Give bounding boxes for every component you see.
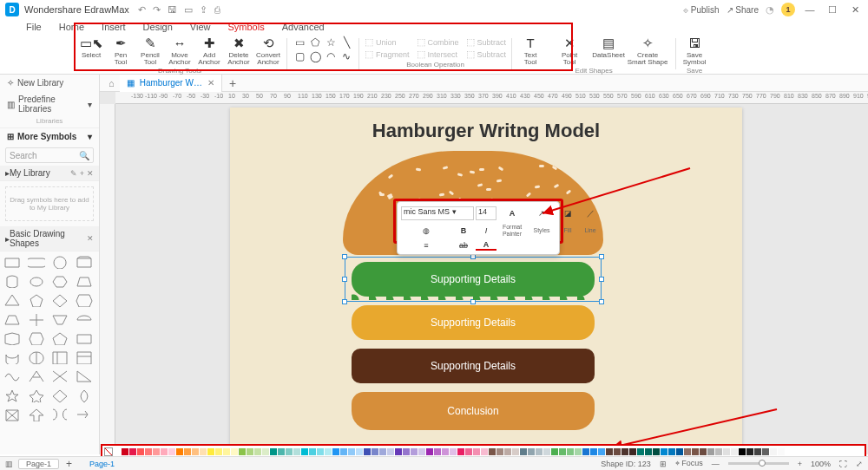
menu-home[interactable]: Home [50, 22, 93, 32]
intersect-button[interactable]: ⬚Intersect [417, 49, 459, 60]
subtract2-button[interactable]: ⬚Subtract [466, 49, 507, 60]
shape-grid-item[interactable]: ◯ [308, 50, 322, 62]
shape-thumb[interactable] [76, 350, 93, 364]
search-icon[interactable]: 🔍 [79, 151, 89, 160]
fill-button[interactable]: ◍ [401, 226, 451, 235]
library-dropzone[interactable]: Drag symbols here to add to My Library [5, 186, 94, 221]
shape-thumb[interactable] [51, 408, 69, 421]
minimize-button[interactable]: — [802, 4, 818, 15]
my-library-panel[interactable]: ▸ My Library✎+✕ [0, 166, 99, 181]
strike-button[interactable]: ab [453, 241, 474, 250]
canvas-page[interactable]: Hamburger Writng Model Supporting Detail… [230, 108, 742, 454]
qat-save-icon[interactable]: 🖫 [168, 4, 177, 16]
text-color-button[interactable]: A [476, 240, 496, 251]
qat-export-icon[interactable]: ⇪ [200, 4, 207, 16]
new-library-button[interactable]: ✧ New Library [0, 75, 99, 91]
add-page-button[interactable]: + [66, 458, 72, 470]
page-link[interactable]: Page-1 [89, 460, 115, 468]
lettuce-layer[interactable]: Supporting Details [352, 262, 595, 297]
fragment-button[interactable]: ⬚Fragment [365, 49, 410, 60]
shape-thumb[interactable] [28, 293, 45, 307]
basic-shapes-panel[interactable]: ▸ Basic Drawing Shapes✕ [0, 226, 99, 251]
format-painter-button[interactable]: ↗ [538, 209, 545, 218]
menu-design[interactable]: Design [135, 22, 181, 32]
delete-anchor-button[interactable]: ✖DeleteAnchor [226, 36, 252, 66]
publish-link[interactable]: ⟐ Publish [683, 5, 720, 15]
combine-button[interactable]: ⬚Combine [417, 36, 459, 48]
shape-thumb[interactable] [51, 293, 69, 307]
bun-bottom-layer[interactable]: Conclusion [352, 392, 595, 430]
shape-thumb[interactable] [76, 408, 93, 421]
shape-thumb[interactable] [76, 369, 93, 383]
smart-shape-button[interactable]: ✧CreateSmart Shape [625, 36, 670, 66]
font-size-select[interactable]: 14 [476, 206, 496, 220]
focus-button[interactable]: ⌖ Focus [675, 459, 703, 468]
close-tab-icon[interactable]: ✕ [207, 78, 214, 88]
shape-thumb[interactable] [3, 388, 21, 402]
shape-thumb[interactable] [51, 255, 69, 269]
shape-thumb[interactable] [51, 331, 69, 345]
shape-grid-item[interactable]: ⬠ [308, 36, 322, 49]
qat-print-icon[interactable]: ⎙ [214, 4, 220, 16]
zoom-in-button[interactable]: + [798, 460, 802, 468]
shape-thumb[interactable] [28, 255, 45, 269]
shape-thumb[interactable] [28, 388, 45, 402]
fullscreen-icon[interactable]: ⤢ [856, 460, 863, 468]
shape-thumb[interactable] [76, 312, 93, 326]
font-color-button[interactable]: A [498, 209, 526, 218]
shape-thumb[interactable] [76, 293, 93, 307]
shape-thumb[interactable] [3, 312, 21, 326]
save-symbol-button[interactable]: 🖫 Save Symbol [681, 36, 707, 66]
font-select[interactable]: mic Sans MS ▾ [401, 206, 474, 220]
meat-layer[interactable]: Supporting Details [352, 349, 595, 383]
search-input[interactable]: Search🔍 [5, 147, 94, 163]
shape-thumb[interactable] [3, 369, 21, 383]
add-icon[interactable]: + [80, 169, 84, 178]
shape-grid-item[interactable]: ▭ [293, 36, 306, 49]
shape-thumb[interactable] [51, 388, 69, 402]
zoom-slider[interactable] [728, 462, 789, 465]
page-tab[interactable]: Page-1 [18, 459, 59, 469]
maximize-button[interactable]: ☐ [825, 4, 840, 16]
shape-thumb[interactable] [3, 274, 21, 288]
shape-grid[interactable]: ▭⬠☆╲▢◯◠∿ [293, 36, 353, 62]
shape-grid-item[interactable]: ∿ [339, 50, 353, 62]
menu-file[interactable]: File [17, 22, 50, 32]
menu-insert[interactable]: Insert [93, 22, 135, 32]
shape-grid-item[interactable]: ☆ [324, 36, 338, 49]
menu-symbols[interactable]: Symbols [220, 22, 273, 32]
select-button[interactable]: ▭⬉Select [78, 36, 104, 59]
shape-thumb[interactable] [28, 331, 45, 345]
subtract-button[interactable]: ⬚Subtract [466, 36, 507, 48]
tab-home-icon[interactable]: ⌂ [103, 78, 120, 88]
pencil-button[interactable]: ✎PencilTool [137, 36, 163, 66]
text-tool-button[interactable]: TTextTool [517, 36, 543, 66]
shape-thumb[interactable] [28, 408, 45, 421]
shape-grid-item[interactable]: ◠ [324, 50, 338, 62]
align-button[interactable]: ≡ [401, 241, 451, 250]
menu-view[interactable]: View [181, 22, 220, 32]
shape-thumb[interactable] [76, 331, 93, 345]
edit-icon[interactable]: ✎ [70, 169, 77, 178]
shape-thumb[interactable] [28, 274, 45, 288]
styles-button[interactable]: ◪ [557, 209, 578, 218]
shape-thumb[interactable] [76, 255, 93, 269]
document-tab[interactable]: ▦ Hamburger W… ✕ [120, 75, 222, 92]
redo-icon[interactable]: ↷ [153, 4, 161, 16]
close-shapes-icon[interactable]: ✕ [87, 234, 94, 243]
close-panel-icon[interactable]: ✕ [87, 169, 94, 178]
share-link[interactable]: ↗ Share [727, 5, 759, 15]
qat-open-icon[interactable]: ▭ [184, 4, 193, 16]
point-tool-button[interactable]: ✕PointTool [547, 36, 592, 66]
shape-thumb[interactable] [3, 408, 21, 421]
shape-thumb[interactable] [76, 274, 93, 288]
shape-thumb[interactable] [3, 255, 21, 269]
shape-thumb[interactable] [28, 312, 45, 326]
predefine-libraries-button[interactable]: ▥ Predefine Libraries▾ [0, 91, 99, 117]
menu-advanced[interactable]: Advanced [273, 22, 333, 32]
grid-toggle-icon[interactable]: ⊞ [660, 460, 667, 468]
add-anchor-button[interactable]: ✚AddAnchor [196, 36, 222, 66]
shape-thumb[interactable] [51, 369, 69, 383]
shape-grid-item[interactable]: ▢ [293, 50, 306, 62]
union-button[interactable]: ⬚Union [365, 36, 410, 48]
